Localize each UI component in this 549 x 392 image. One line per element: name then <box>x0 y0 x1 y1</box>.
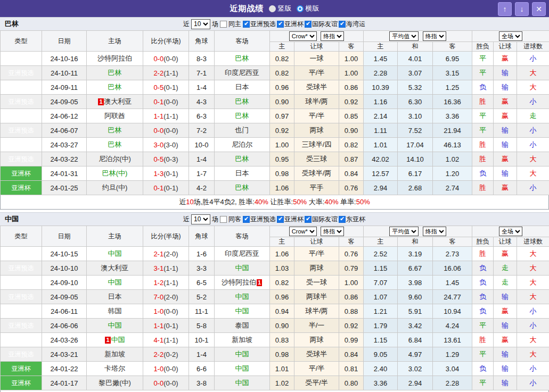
away-team-cell: 巴林 <box>215 152 270 166</box>
scroll-up-button[interactable]: ↑ <box>498 2 512 16</box>
away-team-cell: 中国 <box>215 347 270 362</box>
score-cell: 1-0(0-0) <box>143 362 189 376</box>
competition-checkbox[interactable] <box>277 216 284 223</box>
date-cell: 24-10-11 <box>42 66 87 80</box>
match-row: 亚洲杯24-01-22卡塔尔1-0(0-0)6-6中国1.01平/半0.812.… <box>1 362 549 376</box>
home-team-name: 尼泊尔(中) <box>99 155 131 163</box>
summary-text: 40% <box>255 198 268 206</box>
avg-away-odds-cell: 3.15 <box>433 66 472 80</box>
avg-draw-odds-cell: 3.02 <box>398 362 433 376</box>
home-team-name: 巴林 <box>108 140 122 148</box>
col-away: 客场 <box>215 31 270 52</box>
layout-radio-horizontal[interactable]: 横版 <box>297 4 319 13</box>
close-button[interactable]: ✕ <box>532 2 546 16</box>
avg-away-odds-cell: 46.13 <box>433 138 472 152</box>
final-odds-select[interactable]: 终指 <box>321 31 344 41</box>
score-cell: 2-2(1-1) <box>143 66 189 80</box>
match-count-select[interactable]: 10 <box>191 214 210 224</box>
handicap-result-cell: 赢 <box>494 181 517 195</box>
bookmaker-select[interactable]: Crow* <box>289 227 317 236</box>
handicap-line-cell: 两球 <box>294 333 339 347</box>
average-select[interactable]: 平均值 <box>389 31 419 41</box>
home-team-name: 黎巴嫩(中) <box>99 379 131 387</box>
radio-vertical-icon[interactable] <box>269 5 276 12</box>
handicap-line-cell: 半/一 <box>294 319 339 333</box>
fulltime-score: 0-0 <box>153 379 163 387</box>
competition-checkbox[interactable] <box>305 21 312 28</box>
avg-home-odds-cell: 10.39 <box>364 80 398 95</box>
avg-draw-odds-cell: 3.98 <box>398 276 433 290</box>
average-group: 平均值 终指 <box>364 31 472 42</box>
scroll-down-button[interactable]: ↓ <box>515 2 529 16</box>
handicap-line-cell: 三球半/四 <box>294 138 339 152</box>
competition-checkbox[interactable] <box>277 21 284 28</box>
summary-text: 场,胜4平4负2, 胜率: <box>194 198 255 206</box>
goals-result-cell: 小 <box>517 95 549 109</box>
halftime-score: (1-1) <box>163 279 178 287</box>
competition-checkbox[interactable] <box>339 216 346 223</box>
fulltime-score: 0-1 <box>153 98 163 106</box>
col-handicap-result: 让球 <box>494 237 517 247</box>
full-match-select[interactable]: 全场 <box>499 227 522 236</box>
avg-away-odds-cell: 10.94 <box>433 304 472 319</box>
away-team-name: 印度尼西亚 <box>225 69 259 77</box>
home-team-cell: 日本 <box>87 290 143 304</box>
avg-away-odds-cell: 3.36 <box>433 109 472 123</box>
away-team-cell: 中国 <box>215 376 270 390</box>
result-cell: 平 <box>472 109 494 123</box>
col-goals: 进球数 <box>517 237 549 247</box>
match-count-select[interactable]: 10 <box>191 19 210 29</box>
fulltime-score: 7-0 <box>153 293 163 301</box>
avg-away-odds-cell: 1.20 <box>433 166 472 181</box>
score-cell: 3-0(3-0) <box>143 138 189 152</box>
layout-radio-vertical[interactable]: 竖版 <box>269 4 292 13</box>
away-team-cell: 尼泊尔 <box>215 138 270 152</box>
home-team-name: 中国 <box>108 278 122 286</box>
handicap-line-cell: 受三球 <box>294 152 339 166</box>
handicap-result-cell: 赢 <box>494 247 517 261</box>
date-cell: 24-09-05 <box>42 95 87 109</box>
score-cell: 0-5(0-3) <box>143 152 189 166</box>
goals-result-cell: 小 <box>517 52 549 66</box>
competition-checkbox[interactable] <box>339 21 346 28</box>
near-label: 近 <box>183 215 190 224</box>
host-odds-cell: 1.00 <box>270 138 294 152</box>
home-team-name: 巴林 <box>108 83 122 91</box>
full-match-select[interactable]: 全场 <box>499 31 522 41</box>
avg-draw-odds-cell: 3.10 <box>398 109 433 123</box>
away-team-cell: 中国 <box>215 261 270 276</box>
final-odds-select-2[interactable]: 终指 <box>423 31 446 41</box>
competition-checkbox[interactable] <box>243 21 250 28</box>
final-odds-select-2[interactable]: 终指 <box>423 227 446 236</box>
away-team-cell: 新加坡 <box>215 333 270 347</box>
result-cell: 平 <box>472 66 494 80</box>
host-odds-cell: 0.98 <box>270 347 294 362</box>
fulltime-score: 1-3 <box>153 170 163 178</box>
same-venue-checkbox[interactable] <box>220 21 227 28</box>
average-select[interactable]: 平均值 <box>389 227 419 236</box>
avg-home-odds-cell: 12.57 <box>364 166 398 181</box>
corner-cell: 4-3 <box>189 95 215 109</box>
corner-cell: 6-6 <box>189 362 215 376</box>
corner-cell: 1-4 <box>189 80 215 95</box>
corner-cell: 3-3 <box>189 261 215 276</box>
competition-checkbox[interactable] <box>243 216 250 223</box>
bookmaker-select[interactable]: Crow* <box>289 31 317 41</box>
col-guest-odds: 客 <box>339 237 364 247</box>
handicap-line-cell: 受球半/两 <box>294 166 339 181</box>
away-team-name: 中国 <box>235 350 249 358</box>
radio-horizontal-icon[interactable] <box>297 5 304 12</box>
team-section-china: 中国 近 10 场 同客 亚洲预选亚洲杯国际友谊东亚杯 类型 日期 主场 比分(… <box>0 212 549 392</box>
same-venue-checkbox[interactable] <box>220 216 227 223</box>
date-cell: 24-09-10 <box>42 276 87 290</box>
host-odds-cell: 1.03 <box>270 261 294 276</box>
handicap-result-cell: 走 <box>494 261 517 276</box>
date-cell: 24-09-05 <box>42 290 87 304</box>
host-odds-cell: 0.82 <box>270 276 294 290</box>
away-team-name: 新加坡 <box>232 336 252 344</box>
final-odds-select[interactable]: 终指 <box>321 227 344 236</box>
match-row: 亚洲预选24-10-10澳大利亚3-1(1-1)3-3中国1.03两球0.791… <box>1 261 549 276</box>
home-team-name: 新加坡 <box>104 350 125 358</box>
col-handicap-line: 让球 <box>294 237 339 247</box>
competition-checkbox[interactable] <box>305 216 312 223</box>
